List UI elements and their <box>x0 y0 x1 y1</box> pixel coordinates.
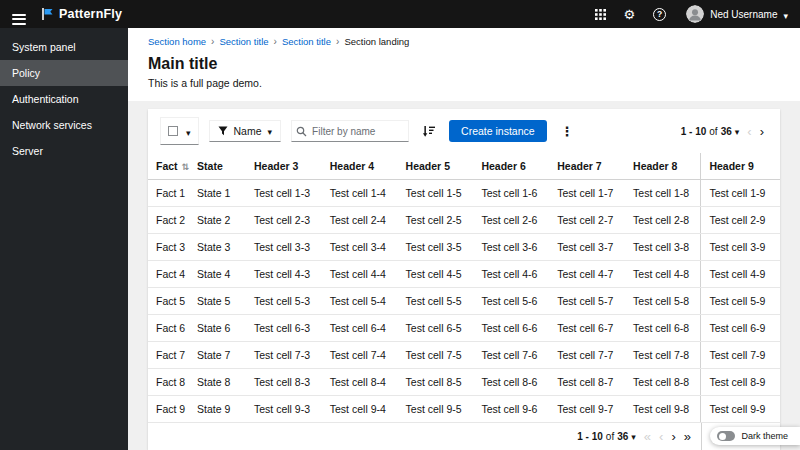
table-cell: Test cell 7-7 <box>549 342 625 369</box>
table-cell: Test cell 6-9 <box>701 315 780 342</box>
cell-state: State 9 <box>189 396 246 423</box>
last-page-button[interactable] <box>680 428 695 445</box>
dark-theme-toggle[interactable]: Dark theme <box>710 427 800 445</box>
table-cell: Test cell 5-4 <box>322 288 398 315</box>
column-header-fact[interactable]: Fact <box>148 153 189 180</box>
table-cell: Test cell 6-7 <box>549 315 625 342</box>
sidebar-item-system-panel[interactable]: System panel <box>0 34 128 60</box>
table-cell: Test cell 8-5 <box>398 369 474 396</box>
cell-state: State 2 <box>189 207 246 234</box>
switch-knob <box>719 433 726 440</box>
breadcrumb-link-section-title-2[interactable]: Section title <box>282 36 331 47</box>
bulk-select-dropdown[interactable] <box>160 117 199 145</box>
cell-fact: Fact 2 <box>148 207 189 234</box>
breadcrumb-link-home[interactable]: Section home <box>148 36 206 47</box>
help-button[interactable] <box>651 6 668 23</box>
table-cell: Test cell 9-9 <box>701 396 780 423</box>
table-cell: Test cell 3-9 <box>701 234 780 261</box>
table-cell: Test cell 4-5 <box>398 261 474 288</box>
table-cell: Test cell 1-4 <box>322 180 398 207</box>
breadcrumb-separator-icon <box>336 36 339 47</box>
table-cell: Test cell 6-6 <box>473 315 549 342</box>
sort-button[interactable] <box>419 124 439 139</box>
prev-page-button[interactable] <box>655 428 667 445</box>
kebab-menu-button[interactable] <box>557 122 578 141</box>
column-header-3: Header 3 <box>246 153 322 180</box>
sidebar-item-server[interactable]: Server <box>0 138 128 164</box>
next-page-button[interactable] <box>756 123 768 140</box>
create-instance-button[interactable]: Create instance <box>449 120 547 142</box>
table-cell: Test cell 4-7 <box>549 261 625 288</box>
select-all-checkbox[interactable] <box>168 126 178 136</box>
cell-state: State 4 <box>189 261 246 288</box>
gear-icon <box>624 7 636 22</box>
sidebar-item-network-services[interactable]: Network services <box>0 112 128 138</box>
table-row: Fact 2 State 2 Test cell 2-3 Test cell 2… <box>148 207 780 234</box>
table-row: Fact 5 State 5 Test cell 5-3 Test cell 5… <box>148 288 780 315</box>
breadcrumb: Section home Section title Section title… <box>148 36 780 47</box>
table-cell: Test cell 5-6 <box>473 288 549 315</box>
table-cell: Test cell 5-3 <box>246 288 322 315</box>
table-row: Fact 1 State 1 Test cell 1-3 Test cell 1… <box>148 180 780 207</box>
nav-toggle-button[interactable] <box>10 0 32 29</box>
table-cell: Test cell 1-9 <box>701 180 780 207</box>
theme-switch[interactable] <box>717 431 735 441</box>
pagination-menu-toggle[interactable]: 1 - 10 of 36 <box>677 124 744 139</box>
help-icon <box>653 8 666 21</box>
table-cell: Test cell 7-6 <box>473 342 549 369</box>
page-body: Name <box>128 101 800 450</box>
table-cell: Test cell 1-6 <box>473 180 549 207</box>
table-cell: Test cell 8-6 <box>473 369 549 396</box>
next-page-button[interactable] <box>667 428 679 445</box>
prev-page-button[interactable] <box>743 123 755 140</box>
table-row: Fact 8 State 8 Test cell 8-3 Test cell 8… <box>148 369 780 396</box>
table-body: Fact 1 State 1 Test cell 1-3 Test cell 1… <box>148 180 780 423</box>
cell-state: State 5 <box>189 288 246 315</box>
toolbar: Name <box>148 109 780 153</box>
app-launcher-button[interactable] <box>593 7 608 22</box>
table-cell: Test cell 4-6 <box>473 261 549 288</box>
pagination-of-label: of <box>709 126 717 137</box>
column-header-4: Header 4 <box>322 153 398 180</box>
table-cell: Test cell 2-5 <box>398 207 474 234</box>
column-header-8: Header 8 <box>625 153 701 180</box>
table-cell: Test cell 5-8 <box>625 288 701 315</box>
table-cell: Test cell 6-4 <box>322 315 398 342</box>
table-cell: Test cell 7-8 <box>625 342 701 369</box>
breadcrumb-link-section-title-1[interactable]: Section title <box>219 36 268 47</box>
cell-state: State 3 <box>189 234 246 261</box>
column-header-9: Header 9 <box>701 153 780 180</box>
breadcrumb-separator-icon <box>211 36 214 47</box>
cell-fact: Fact 6 <box>148 315 189 342</box>
table-cell: Test cell 6-5 <box>398 315 474 342</box>
table-cell: Test cell 9-4 <box>322 396 398 423</box>
table-cell: Test cell 9-6 <box>473 396 549 423</box>
cell-fact: Fact 4 <box>148 261 189 288</box>
chevron-down-icon <box>186 122 191 140</box>
pagination-menu-toggle[interactable]: 1 - 10 of 36 <box>573 429 640 444</box>
table-row: Fact 7 State 7 Test cell 7-3 Test cell 7… <box>148 342 780 369</box>
grid-icon <box>595 9 606 20</box>
cell-state: State 8 <box>189 369 246 396</box>
sidebar-item-authentication[interactable]: Authentication <box>0 86 128 112</box>
user-menu[interactable]: Ned Username <box>684 3 790 25</box>
page-header-section: Section home Section title Section title… <box>128 28 800 101</box>
page-title: Main title <box>148 55 780 73</box>
kebab-icon <box>561 124 574 139</box>
cell-state: State 1 <box>189 180 246 207</box>
pagination-total: 36 <box>721 126 732 137</box>
sidebar-item-policy[interactable]: Policy <box>0 60 128 86</box>
table-cell: Test cell 3-5 <box>398 234 474 261</box>
first-page-button[interactable] <box>640 428 655 445</box>
chevron-down-icon <box>268 125 273 137</box>
chevron-down-icon <box>631 431 636 442</box>
data-table: Fact State Header 3 Header 4 Header 5 He… <box>148 153 780 423</box>
attribute-filter-dropdown[interactable]: Name <box>209 120 282 142</box>
cell-state: State 6 <box>189 315 246 342</box>
brand-logo[interactable]: PatternFly <box>40 7 122 21</box>
table-cell: Test cell 4-4 <box>322 261 398 288</box>
filter-search-input[interactable] <box>291 120 409 142</box>
settings-button[interactable] <box>622 5 638 24</box>
sort-indicator-icon[interactable] <box>182 162 190 172</box>
table-cell: Test cell 8-3 <box>246 369 322 396</box>
